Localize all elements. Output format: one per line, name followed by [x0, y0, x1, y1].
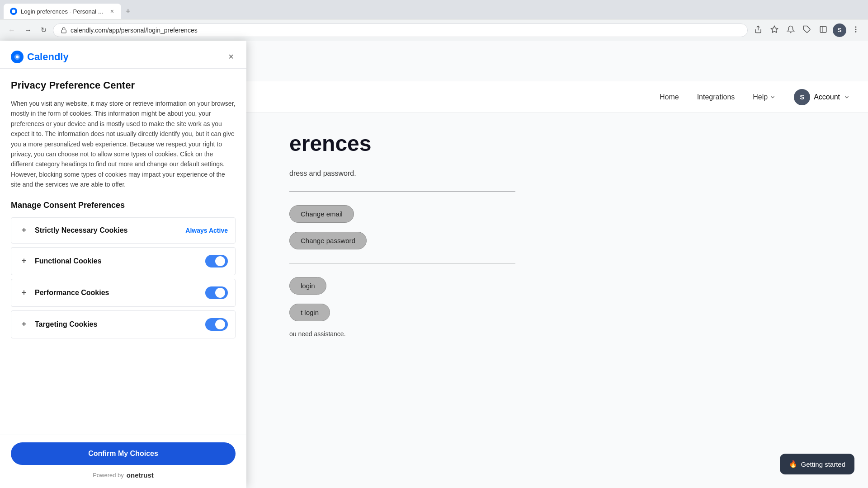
nav-home[interactable]: Home [660, 93, 679, 101]
help-text: ou need assistance. [289, 330, 832, 338]
change-password-row: Change password [289, 232, 832, 249]
privacy-title: Privacy Preference Center [11, 80, 236, 91]
always-active-badge: Always Active [185, 227, 228, 234]
svg-point-11 [16, 55, 19, 58]
sidebar-icon[interactable] [816, 23, 830, 38]
login-row: login [289, 277, 832, 295]
logout-button[interactable]: t login [289, 304, 330, 321]
modal-footer: Confirm My Choices Powered by onetrust [0, 435, 246, 488]
cookie-item-header-strictly: + Strictly Necessary Cookies Always Acti… [11, 218, 235, 243]
share-icon[interactable] [751, 23, 765, 38]
toolbar-icons: S [751, 23, 863, 38]
svg-point-8 [855, 29, 856, 30]
cookie-item-performance: + Performance Cookies [11, 279, 236, 307]
modal-header: Calendly × [0, 41, 246, 69]
address-bar[interactable]: calendly.com/app/personal/login_preferen… [53, 23, 748, 37]
back-button[interactable]: ← [5, 24, 18, 37]
page-desc: dress and password. [289, 169, 832, 178]
bookmark-icon[interactable] [768, 23, 781, 38]
extensions-icon[interactable] [800, 23, 814, 38]
change-password-button[interactable]: Change password [289, 232, 367, 249]
svg-point-9 [855, 31, 856, 32]
expand-performance[interactable]: + [19, 287, 29, 298]
svg-point-0 [12, 9, 15, 13]
browser-chrome: Login preferences - Personal set... × + … [0, 0, 868, 41]
svg-marker-3 [771, 26, 778, 32]
modal-body: Privacy Preference Center When you visit… [0, 69, 246, 435]
expand-strictly-necessary[interactable]: + [19, 225, 29, 236]
new-tab-button[interactable]: + [121, 5, 135, 18]
logo-dot [11, 51, 24, 63]
cookie-item-header-performance: + Performance Cookies [11, 279, 235, 306]
cookie-item-functional: + Functional Cookies [11, 247, 236, 275]
functional-toggle-slider [205, 255, 228, 267]
functional-cookies-toggle[interactable] [205, 255, 228, 267]
login-button[interactable]: login [289, 277, 326, 295]
performance-cookies-toggle[interactable] [205, 286, 228, 299]
functional-cookies-label: Functional Cookies [35, 257, 200, 265]
performance-cookies-label: Performance Cookies [35, 289, 200, 297]
confirm-choices-button[interactable]: Confirm My Choices [11, 442, 236, 465]
refresh-button[interactable]: ↻ [38, 24, 49, 37]
nav-help[interactable]: Help [753, 93, 776, 101]
targeting-cookies-toggle[interactable] [205, 318, 228, 331]
cookie-item-strictly-necessary: + Strictly Necessary Cookies Always Acti… [11, 217, 236, 244]
getting-started-label: Getting started [801, 460, 845, 468]
performance-toggle-slider [205, 286, 228, 299]
privacy-description: When you visit any website, it may store… [11, 99, 236, 190]
svg-point-7 [855, 27, 856, 28]
browser-tabs: Login preferences - Personal set... × + [0, 0, 868, 19]
nav-account[interactable]: S Account [794, 89, 850, 105]
svg-rect-5 [820, 26, 826, 33]
nav-integrations[interactable]: Integrations [697, 93, 735, 101]
modal-close-button[interactable]: × [226, 50, 236, 64]
logo-text: Calendly [27, 51, 69, 63]
cookie-consent-modal: Calendly × Privacy Preference Center Whe… [0, 41, 246, 488]
change-email-row: Change email [289, 205, 832, 223]
active-tab[interactable]: Login preferences - Personal set... × [4, 4, 121, 19]
getting-started-icon: 🔥 [789, 460, 797, 468]
onetrust-logo: onetrust [127, 471, 154, 479]
expand-functional[interactable]: + [19, 256, 29, 267]
calendly-logo: Calendly [11, 51, 69, 63]
svg-rect-1 [61, 30, 66, 33]
strictly-necessary-label: Strictly Necessary Cookies [35, 226, 180, 235]
browser-toolbar: ← → ↻ calendly.com/app/personal/login_pr… [0, 19, 868, 41]
tab-favicon [10, 8, 17, 15]
forward-button[interactable]: → [22, 24, 34, 37]
powered-by-text: Powered by [93, 472, 124, 479]
manage-consent-title: Manage Consent Preferences [11, 201, 236, 210]
expand-targeting[interactable]: + [19, 319, 29, 330]
logout-row: t login [289, 304, 832, 321]
cookie-item-header-targeting: + Targeting Cookies [11, 311, 235, 338]
account-avatar: S [794, 89, 810, 105]
menu-icon[interactable] [849, 23, 863, 38]
profile-avatar[interactable]: S [833, 23, 846, 37]
powered-by-section: Powered by onetrust [11, 471, 236, 479]
tab-title: Login preferences - Personal set... [21, 8, 106, 15]
cookie-item-header-functional: + Functional Cookies [11, 248, 235, 275]
page-title-partial: erences [289, 131, 832, 156]
getting-started-widget[interactable]: 🔥 Getting started [780, 454, 854, 474]
main-content: erences dress and password. Change email… [253, 113, 868, 488]
targeting-toggle-slider [205, 318, 228, 331]
change-email-button[interactable]: Change email [289, 205, 354, 223]
url-text: calendly.com/app/personal/login_preferen… [71, 27, 740, 34]
tab-close-button[interactable]: × [109, 7, 115, 16]
cookie-item-targeting: + Targeting Cookies [11, 310, 236, 338]
account-label: Account [814, 93, 840, 101]
targeting-cookies-label: Targeting Cookies [35, 320, 200, 328]
notification-icon[interactable] [784, 23, 797, 38]
